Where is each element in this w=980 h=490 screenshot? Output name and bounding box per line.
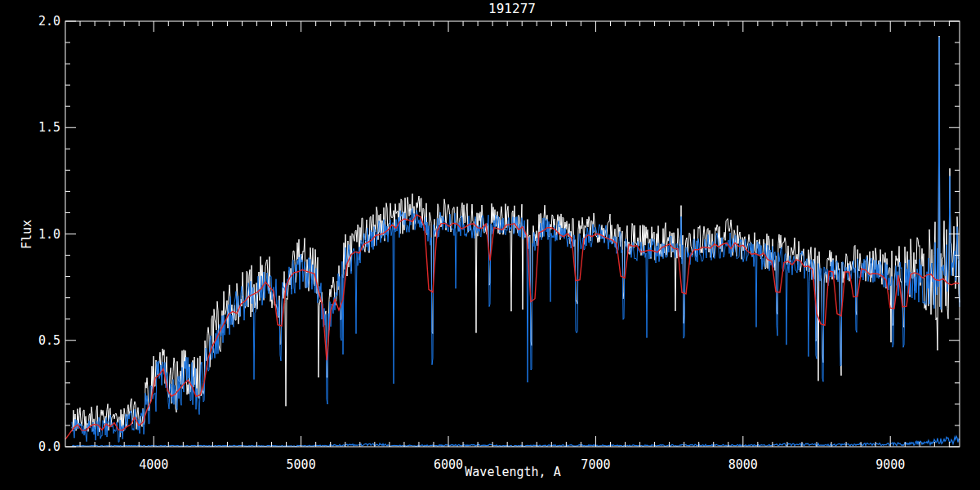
x-tick-label: 5000 <box>287 457 316 472</box>
x-tick-label: 7000 <box>581 457 610 472</box>
y-tick-label: 2.0 <box>38 14 60 29</box>
x-tick-label: 6000 <box>434 457 463 472</box>
spectrum-plot-canvas: 4000500060007000800090000.00.51.01.52.0 … <box>0 0 980 490</box>
x-tick-label: 8000 <box>728 457 758 472</box>
y-tick-label: 1.5 <box>38 120 60 135</box>
y-tick-label: 0.5 <box>38 333 60 348</box>
spectrum-figure: 4000500060007000800090000.00.51.01.52.0 … <box>0 0 980 490</box>
x-tick-label: 9000 <box>875 457 905 472</box>
y-tick-label: 0.0 <box>38 439 60 454</box>
series-sky-baseline <box>72 436 960 447</box>
series-layer <box>65 36 960 447</box>
x-axis-label: Wavelength, A <box>465 465 560 479</box>
plot-title: 191277 <box>488 1 536 16</box>
y-axis-label: Flux <box>20 220 34 249</box>
x-tick-label: 4000 <box>139 457 168 472</box>
series-processed-spectrum <box>72 37 960 442</box>
y-tick-label: 1.0 <box>38 227 60 242</box>
